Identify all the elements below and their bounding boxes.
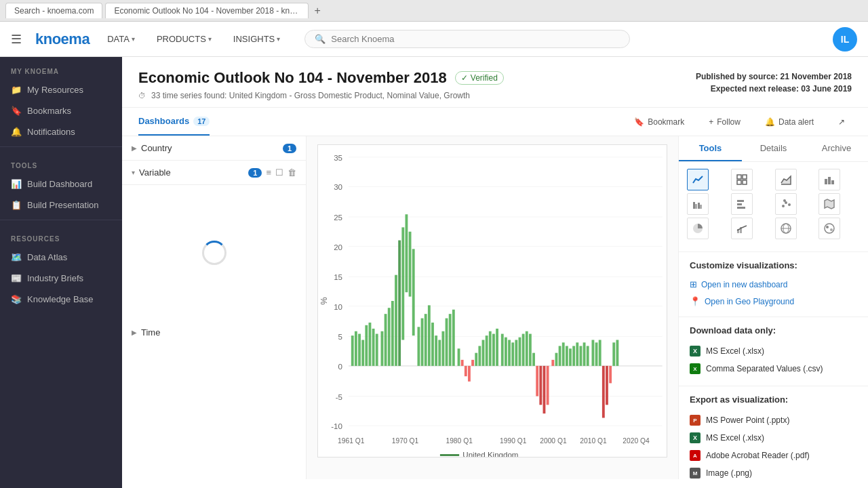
svg-rect-85 <box>583 342 586 366</box>
chart-type-grid[interactable] <box>731 169 753 190</box>
chart-type-bar-horizontal[interactable] <box>731 193 753 215</box>
nav-data-arrow: ▾ <box>132 35 135 43</box>
avatar[interactable]: IL <box>833 27 857 52</box>
page-title-row: Economic Outlook No 104 - November 2018 … <box>138 69 504 87</box>
open-new-dashboard-link[interactable]: ⊞ Open in new dashboard <box>690 277 857 291</box>
chart-type-scatter[interactable] <box>775 193 797 215</box>
svg-rect-83 <box>576 342 578 366</box>
svg-rect-32 <box>391 301 394 366</box>
svg-rect-28 <box>376 334 378 366</box>
app: ☰ knoema DATA ▾ PRODUCTS ▾ INSIGHTS ▾ 🔍 … <box>0 22 868 488</box>
chart-type-combo[interactable] <box>731 218 753 239</box>
chart-type-area[interactable] <box>775 169 797 190</box>
export-pdf[interactable]: A Adobe Acrobat Reader (.pdf) <box>690 447 857 464</box>
svg-rect-31 <box>388 308 391 366</box>
nav-insights-arrow: ▾ <box>277 35 280 43</box>
svg-rect-69 <box>526 331 528 366</box>
search-input[interactable] <box>331 34 620 44</box>
svg-rect-81 <box>569 348 572 366</box>
svg-rect-57 <box>482 340 485 366</box>
svg-rect-111 <box>693 202 695 209</box>
filter-country-arrow-icon: ▶ <box>132 144 137 152</box>
export-image[interactable]: M Image (.png) <box>690 464 857 479</box>
export-powerpoint[interactable]: P MS Power Point (.pptx) <box>690 411 857 429</box>
sidebar-item-industry-briefs[interactable]: 📰 Industry Briefs <box>0 268 122 289</box>
svg-rect-60 <box>492 334 495 366</box>
svg-point-120 <box>788 203 791 206</box>
nav-data[interactable]: DATA ▾ <box>103 31 139 47</box>
filter-variable-delete-icon[interactable]: 🗑 <box>288 167 296 178</box>
tab-dashboards[interactable]: Dashboards 17 <box>138 108 210 136</box>
sidebar-item-build-dashboard[interactable]: 📊 Build Dashboard <box>0 174 122 195</box>
dashboards-count-badge: 17 <box>193 117 210 126</box>
filter-time-label: Time <box>141 327 160 338</box>
svg-rect-22 <box>355 331 357 366</box>
search-bar[interactable]: 🔍 <box>304 30 630 48</box>
logo[interactable]: knoema <box>35 30 90 48</box>
svg-rect-110 <box>831 180 834 184</box>
follow-button[interactable]: + Follow <box>702 113 747 131</box>
open-geo-playground-link[interactable]: 📍 Open in Geo Playground <box>690 294 857 308</box>
svg-rect-116 <box>737 203 742 205</box>
svg-rect-93 <box>612 342 615 366</box>
svg-rect-56 <box>478 346 481 365</box>
svg-rect-114 <box>700 205 702 209</box>
data-alert-button[interactable]: 🔔 Data alert <box>758 113 821 131</box>
chart-type-pie[interactable] <box>687 218 709 239</box>
svg-rect-35 <box>401 227 404 340</box>
sidebar-item-data-atlas[interactable]: 🗺️ Data Atlas <box>0 247 122 268</box>
pptx-icon: P <box>690 415 701 426</box>
filter-variable-sort-icon[interactable]: ≡ <box>266 167 271 178</box>
chart-type-map[interactable] <box>818 193 840 215</box>
chart-type-bar-group[interactable] <box>687 193 709 215</box>
download-excel[interactable]: X MS Excel (.xlsx) <box>690 342 857 360</box>
browser-tab-1[interactable]: Search - knoema.com <box>5 3 102 18</box>
sidebar-item-knowledge-base[interactable]: 📚 Knowledge Base <box>0 289 122 310</box>
tab-archive[interactable]: Archive <box>805 136 868 161</box>
svg-rect-44 <box>435 336 437 366</box>
follow-icon: + <box>709 117 713 127</box>
svg-rect-79 <box>562 342 565 366</box>
search-icon: 🔍 <box>315 34 326 44</box>
nav-insights[interactable]: INSIGHTS ▾ <box>229 31 284 47</box>
svg-text:1980 Q1: 1980 Q1 <box>446 437 473 445</box>
svg-text:-10: -10 <box>331 422 342 430</box>
main-content: MY KNOEMA 📁 My Resources 🔖 Bookmarks 🔔 N… <box>0 57 868 488</box>
svg-rect-26 <box>369 323 372 366</box>
filter-variable-header[interactable]: ▾ Variable 1 ≡ ☐ 🗑 <box>122 161 306 184</box>
filter-variable-edit-icon[interactable]: ☐ <box>275 167 283 178</box>
page-title: Economic Outlook No 104 - November 2018 <box>138 69 447 87</box>
chart-svg: 35 30 25 20 15 10 5 0 -5 -10 % <box>318 145 667 457</box>
browser-tab-2[interactable]: Economic Outlook No 104 - November 2018 … <box>105 3 309 18</box>
export-excel[interactable]: X MS Excel (.xlsx) <box>690 429 857 447</box>
filter-variable-label: Variable <box>139 167 171 178</box>
clock-icon: ⏱ <box>138 92 146 100</box>
tab-tools[interactable]: Tools <box>679 136 742 161</box>
tools-label: TOOLS <box>0 151 122 174</box>
svg-text:1970 Q1: 1970 Q1 <box>392 437 419 445</box>
sidebar-item-notifications[interactable]: 🔔 Notifications <box>0 121 122 142</box>
hamburger-icon[interactable]: ☰ <box>11 32 22 47</box>
chart-type-bar-vertical[interactable] <box>818 169 840 190</box>
chart-type-line[interactable] <box>687 169 709 190</box>
download-section: Download data only: X MS Excel (.xlsx) X… <box>679 317 868 386</box>
filter-country-header[interactable]: ▶ Country 1 <box>122 136 306 160</box>
sidebar-item-my-resources[interactable]: 📁 My Resources <box>0 79 122 100</box>
sidebar-item-bookmarks[interactable]: 🔖 Bookmarks <box>0 100 122 121</box>
nav-products[interactable]: PRODUCTS ▾ <box>153 31 216 47</box>
build-presentation-icon: 📋 <box>11 200 22 210</box>
filter-time-section[interactable]: ▶ Time <box>122 321 306 344</box>
tab-details[interactable]: Details <box>742 136 805 161</box>
chart-type-globe-pins[interactable] <box>818 218 840 239</box>
new-tab-button[interactable]: + <box>311 5 323 17</box>
svg-rect-106 <box>737 180 741 184</box>
chart-type-globe[interactable] <box>775 218 797 239</box>
right-tabs: Tools Details Archive <box>679 136 868 162</box>
svg-rect-90 <box>602 366 605 418</box>
sidebar-item-build-presentation[interactable]: 📋 Build Presentation <box>0 195 122 216</box>
filter-country-badge: 1 <box>283 144 296 153</box>
filter-variable-left: ▾ Variable <box>132 167 171 178</box>
download-csv[interactable]: X Comma Separated Values (.csv) <box>690 360 857 378</box>
bookmark-button[interactable]: 🔖 Bookmark <box>627 113 691 131</box>
share-button[interactable]: ↗ <box>831 113 852 131</box>
